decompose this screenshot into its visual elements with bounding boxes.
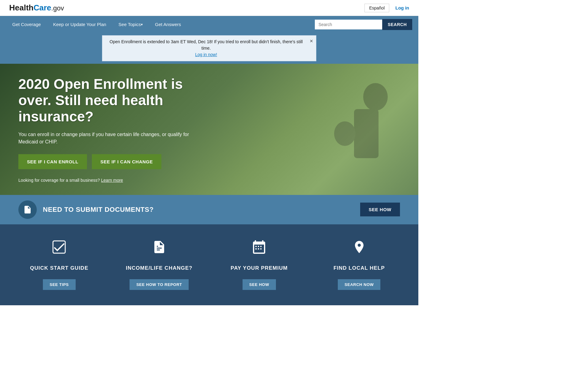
tile-quick-start-title: QUICK START GUIDE — [30, 265, 88, 271]
logo-health: Health — [9, 3, 33, 12]
hero-small-text: Looking for coverage for a small busines… — [18, 178, 196, 183]
tile-quick-start: QUICK START GUIDE SEE TIPS — [12, 240, 106, 290]
top-right-actions: Español Log in — [364, 4, 409, 12]
nav-item-keep-update[interactable]: Keep or Update Your Plan — [47, 16, 112, 33]
search-now-button[interactable]: SEARCH NOW — [338, 279, 380, 290]
alert-banner: Open Enrollment is extended to 3am ET We… — [0, 33, 418, 64]
see-how-documents-button[interactable]: SEE HOW — [360, 203, 400, 216]
doc-title: NEED TO SUBMIT DOCUMENTS? — [43, 206, 154, 214]
hero-section: 2020 Open Enrollment is over. Still need… — [0, 64, 418, 195]
document-upload-icon — [23, 205, 32, 214]
search-area: SEARCH — [315, 19, 412, 30]
hero-buttons: SEE IF I CAN ENROLL SEE IF I CAN CHANGE — [18, 154, 196, 169]
alert-login-link[interactable]: Log in now! — [195, 52, 217, 57]
top-bar: HealthCare.gov Español Log in — [0, 0, 418, 16]
nav-items: Get Coverage Keep or Update Your Plan Se… — [6, 16, 315, 33]
map-icon — [352, 240, 367, 258]
logo-gov: .gov — [51, 4, 64, 12]
tiles-section: QUICK START GUIDE SEE TIPS INCOME/LIFE C… — [0, 224, 418, 305]
svg-point-2 — [334, 121, 356, 146]
hero-title: 2020 Open Enrollment is over. Still need… — [18, 76, 196, 125]
alert-text: Open Enrollment is extended to 3am ET We… — [110, 39, 303, 51]
search-input[interactable] — [315, 20, 382, 29]
search-button[interactable]: SEARCH — [382, 19, 412, 30]
documents-section: NEED TO SUBMIT DOCUMENTS? SEE HOW — [0, 195, 418, 224]
svg-rect-3 — [53, 241, 65, 253]
calendar-icon — [252, 240, 266, 258]
checklist-icon — [52, 240, 66, 258]
life-document-icon — [152, 240, 167, 258]
see-how-to-report-button[interactable]: SEE HOW TO REPORT — [130, 279, 189, 290]
tile-income-life: INCOME/LIFE CHANGE? SEE HOW TO REPORT — [112, 240, 206, 290]
tile-find-help: FIND LOCAL HELP SEARCH NOW — [312, 240, 406, 290]
doc-icon-circle — [18, 200, 37, 219]
site-logo: HealthCare.gov — [9, 3, 64, 13]
see-how-premium-button[interactable]: SEE HOW — [243, 279, 276, 290]
main-nav: Get Coverage Keep or Update Your Plan Se… — [0, 16, 418, 33]
tile-pay-premium: PAY YOUR PREMIUM SEE HOW — [212, 240, 306, 290]
small-business-link[interactable]: Learn more — [101, 178, 123, 183]
hero-content: 2020 Open Enrollment is over. Still need… — [0, 64, 214, 195]
tile-pay-premium-title: PAY YOUR PREMIUM — [231, 265, 288, 271]
enroll-button[interactable]: SEE IF I CAN ENROLL — [18, 154, 87, 169]
tile-income-title: INCOME/LIFE CHANGE? — [126, 265, 192, 271]
hero-subtitle: You can enroll in or change plans if you… — [18, 131, 196, 146]
change-button[interactable]: SEE IF I CAN CHANGE — [92, 154, 161, 169]
tile-find-help-title: FIND LOCAL HELP — [334, 265, 385, 271]
hero-figure — [271, 72, 418, 195]
alert-close-button[interactable]: × — [310, 38, 313, 44]
see-tips-button[interactable]: SEE TIPS — [43, 279, 76, 290]
login-link[interactable]: Log in — [395, 5, 409, 10]
logo-care: Care — [33, 3, 51, 12]
alert-inner: Open Enrollment is extended to 3am ET We… — [102, 35, 316, 61]
nav-item-coverage[interactable]: Get Coverage — [6, 16, 47, 33]
svg-point-0 — [363, 83, 388, 111]
svg-rect-1 — [354, 109, 379, 158]
doc-left: NEED TO SUBMIT DOCUMENTS? — [18, 200, 154, 219]
espanol-button[interactable]: Español — [364, 4, 389, 12]
nav-item-answers[interactable]: Get Answers — [149, 16, 187, 33]
nav-item-topics[interactable]: See Topics — [112, 16, 149, 33]
